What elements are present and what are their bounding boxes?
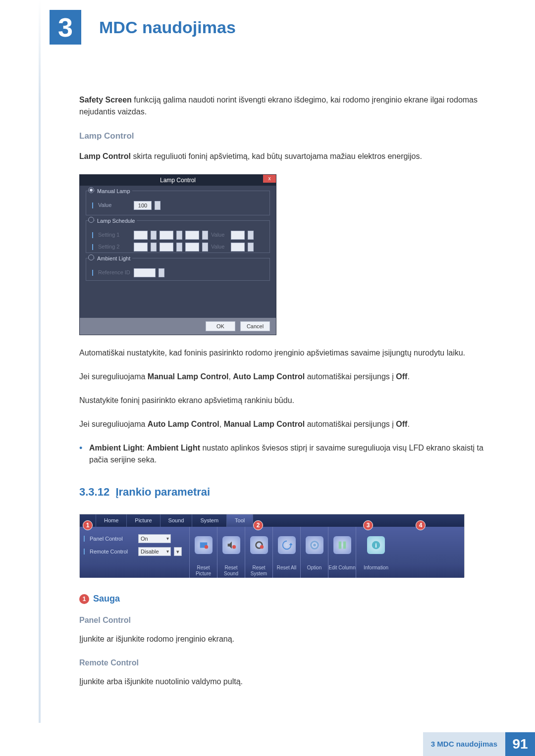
edit-column-icon[interactable] [333,536,351,554]
manual-lamp-radio[interactable] [88,187,94,193]
setting2-h[interactable] [134,243,148,252]
stepper-icon[interactable]: ▴▾ [176,243,182,252]
tab-tool[interactable]: Tool [227,514,253,527]
remote-control-select[interactable]: Disable [138,547,171,556]
value-stepper[interactable]: ▸ [155,201,160,210]
panel-control-label: Panel Control [90,535,135,543]
lamp-control-desc: Lamp Control skirta reguliuoti foninį ap… [79,151,500,162]
reset-system-icon[interactable] [250,536,268,554]
reset-all-label: Reset All [273,564,301,578]
lamp-schedule-legend: Lamp Schedule [95,217,137,225]
callout-number-1: 1 [79,594,89,604]
setting1-s[interactable] [185,231,199,240]
callout-badge-2: 2 [253,520,263,530]
tab-sound[interactable]: Sound [160,514,193,527]
safety-screen-bold: Safety Screen [79,96,132,104]
ambient-light-legend: Ambient Light [95,254,132,263]
remote-control-label: Remote Control [90,548,135,556]
chevron-down-icon[interactable]: ▾ [159,268,164,277]
information-label: Information [356,564,396,578]
footer-page-number: 91 [505,732,535,756]
svg-text:i: i [375,542,377,549]
tab-home[interactable]: Home [96,514,127,527]
ambient-light-bullet: • Ambient Light: Ambient Light nustato a… [79,442,500,466]
stepper-icon[interactable]: ▴▾ [151,243,157,252]
manual-lamp-legend: Manual Lamp [95,187,132,196]
footer-chapter-text: 3 MDC naudojimas [423,732,505,756]
tool-ribbon: 1 2 3 4 Home Picture Sound System Tool P… [79,514,465,577]
panel-control-select[interactable]: On [138,534,171,543]
svg-point-4 [260,545,263,549]
lamp-schedule-radio[interactable] [88,217,94,223]
reset-all-icon[interactable] [278,536,296,554]
panel-control-desc: Įjunkite ar išjunkite rodomo įrenginio e… [79,633,500,645]
reset-picture-label: Reset Picture [190,564,217,578]
value-label: Value [211,231,228,239]
set-bg-paragraph: Nustatykite foninį pasirinkto ekrano apš… [79,395,500,406]
svg-point-2 [232,545,235,549]
tab-system[interactable]: System [192,514,227,527]
setting1-label: Setting 1 [98,231,131,239]
setting2-s[interactable] [185,243,199,252]
stepper-icon[interactable]: ▴▾ [202,243,208,252]
chapter-title: MDC naudojimas [99,15,236,40]
auto-bg-paragraph: Automatiškai nustatykite, kad foninis pa… [79,347,500,359]
remote-control-heading: Remote Control [79,657,500,669]
reset-picture-icon[interactable] [195,536,213,554]
close-icon[interactable]: x [263,175,276,183]
reset-sound-icon[interactable] [222,536,240,554]
dialog-title-bar: Lamp Control x [80,175,276,186]
setting1-m[interactable] [160,231,173,240]
reset-sound-label: Reset Sound [217,564,245,578]
option-icon[interactable] [306,536,323,554]
panel-control-heading: Panel Control [79,614,500,626]
setting1-value[interactable] [231,231,245,240]
tab-picture[interactable]: Picture [127,514,160,527]
safety-screen-paragraph: Safety Screen funkciją galima naudoti no… [79,94,500,118]
sauga-heading: 1Sauga [79,592,500,605]
svg-point-1 [204,545,208,549]
callout-badge-1: 1 [83,520,93,530]
remote-control-desc: Įjunkite arba išjunkite nuotolinio valdy… [79,676,500,688]
stepper-icon[interactable]: ▴▾ [202,231,208,240]
stepper-icon[interactable]: ▴▾ [151,231,157,240]
stepper-icon[interactable]: ▸ [248,243,254,252]
value-label: Value [211,243,228,251]
stepper-icon[interactable]: ▸ [248,231,254,240]
stepper-icon[interactable]: ▴▾ [176,231,182,240]
reference-id-label: Reference ID [98,268,131,277]
reference-id-select[interactable] [134,268,156,277]
svg-rect-7 [338,542,341,549]
svg-point-6 [313,544,316,547]
manual-value-input[interactable]: 100 [134,201,152,210]
lamp-control-heading: Lamp Control [79,130,500,143]
cancel-button[interactable]: Cancel [240,321,270,331]
setting1-h[interactable] [134,231,148,240]
bullet-icon: • [79,442,89,466]
callout-badge-4: 4 [416,520,426,530]
edit-column-label: Edit Column [328,564,356,578]
manual-lamp-paragraph: Jei sureguliuojama Manual Lamp Control, … [79,371,500,383]
chevron-down-icon[interactable]: ▾ [174,547,182,556]
information-icon[interactable]: i [367,536,385,554]
callout-badge-3: 3 [363,520,373,530]
setting2-m[interactable] [160,243,173,252]
svg-rect-8 [343,542,346,549]
value-label: Value [98,201,131,209]
lamp-control-dialog: Lamp Control x Manual Lamp Value 100 ▸ L… [79,174,276,335]
reset-system-label: Reset System [245,564,273,578]
page-footer: 3 MDC naudojimas 91 [0,732,535,756]
setting2-value[interactable] [231,243,245,252]
option-label: Option [301,564,328,578]
ambient-light-radio[interactable] [88,254,94,260]
ok-button[interactable]: OK [206,321,235,331]
section-heading: 3.3.12 Įrankio parametrai [79,484,500,500]
auto-lamp-paragraph: Jei sureguliuojama Auto Lamp Control, Ma… [79,418,500,430]
chapter-number: 3 [50,10,81,45]
setting2-label: Setting 2 [98,243,131,251]
